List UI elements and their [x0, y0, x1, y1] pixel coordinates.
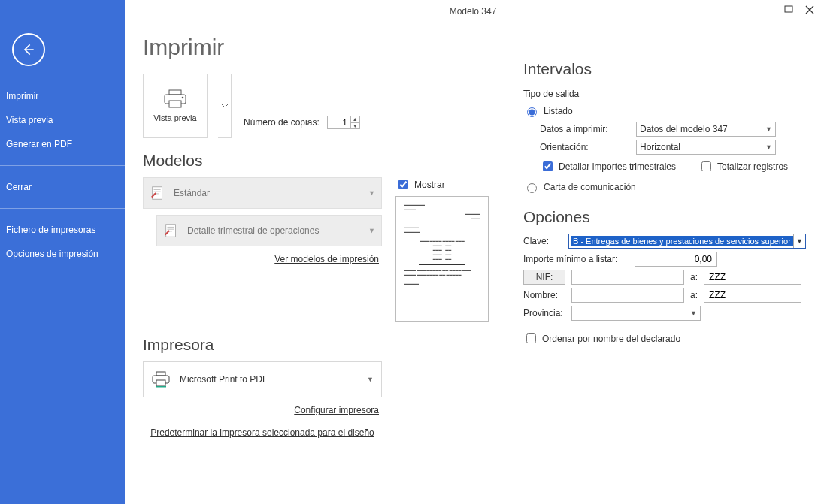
printer-icon [151, 371, 171, 388]
totalize-input[interactable] [701, 161, 711, 171]
title-bar: Modelo 347 [125, 0, 821, 23]
printer-icon [162, 89, 188, 109]
output-type-label: Tipo de salida [523, 89, 806, 99]
printer-select[interactable]: Microsoft Print to PDF ▼ [143, 361, 382, 397]
chevron-down-icon: ▼ [367, 376, 374, 383]
radio-carta-label: Carta de comunicación [544, 182, 636, 192]
document-icon [150, 185, 166, 201]
set-default-printer-link[interactable]: Predeterminar la impresora seleccionada … [150, 427, 374, 438]
copies-up[interactable]: ▲ [351, 116, 359, 122]
sidebar-item-print[interactable]: Imprimir [0, 84, 125, 108]
chevron-down-icon: ▼ [368, 189, 375, 197]
nombre-to-input[interactable] [707, 288, 798, 302]
svg-rect-9 [156, 380, 165, 386]
svg-rect-7 [156, 372, 165, 376]
nif-button[interactable]: NIF: [523, 270, 565, 285]
a-label-2: a: [690, 290, 698, 300]
close-icon[interactable] [803, 3, 816, 17]
radio-listado-input[interactable] [527, 107, 537, 117]
svg-rect-6 [166, 225, 176, 237]
intervals-heading: Intervalos [523, 60, 806, 78]
detail-quarterly-checkbox[interactable]: Detallar importes trimestrales [540, 159, 676, 174]
orient-select[interactable]: Horizontal ▼ [636, 140, 776, 155]
orient-label: Orientación: [540, 142, 630, 152]
model-detail-label: Detalle trimestral de operaciones [187, 225, 319, 236]
view-models-link[interactable]: Ver modelos de impresión [274, 254, 379, 264]
radio-carta[interactable]: Carta de comunicación [523, 181, 806, 193]
chevron-down-icon: ▼ [793, 234, 805, 248]
chevron-down-icon: ▼ [765, 143, 772, 151]
model-standard-label: Estándar [174, 188, 210, 198]
svg-rect-1 [169, 90, 181, 95]
copies-down[interactable]: ▼ [351, 122, 359, 128]
show-checkbox[interactable]: Mostrar [395, 177, 489, 192]
radio-listado[interactable]: Listado [523, 105, 806, 117]
order-by-name-label: Ordenar por nombre del declarado [542, 333, 680, 344]
nombre-label: Nombre: [523, 290, 565, 300]
clave-label: Clave: [523, 236, 562, 246]
copies-label: Número de copias: [244, 117, 320, 128]
datos-label: Datos a imprimir: [540, 124, 630, 134]
importe-label: Importe mínimo a listar: [523, 254, 629, 264]
document-icon [163, 222, 180, 239]
preview-button[interactable]: Vista previa [143, 74, 208, 138]
nif-to-input[interactable] [707, 270, 798, 284]
clave-select[interactable]: B - Entregas de bienes y prestaciones de… [568, 234, 806, 249]
models-heading: Modelos [143, 152, 511, 170]
show-label: Mostrar [414, 180, 445, 190]
detail-quarterly-input[interactable] [543, 161, 553, 171]
show-checkbox-input[interactable] [398, 180, 408, 189]
window-title: Modelo 347 [450, 6, 497, 17]
sidebar-item-generate-pdf[interactable]: Generar en PDF [0, 132, 125, 156]
minimize-icon[interactable] [782, 3, 795, 17]
sidebar: Imprimir Vista previa Generar en PDF Cer… [0, 0, 125, 504]
chevron-down-icon: ▼ [765, 125, 772, 133]
detail-quarterly-label: Detallar importes trimestrales [559, 161, 676, 172]
preview-label: Vista previa [153, 113, 196, 122]
svg-rect-3 [169, 101, 181, 107]
totalize-checkbox[interactable]: Totalizar registros [698, 159, 788, 174]
preview-dropdown[interactable] [218, 74, 232, 138]
svg-point-4 [182, 97, 184, 99]
a-label-1: a: [690, 272, 698, 282]
datos-select[interactable]: Datos del modelo 347 ▼ [636, 122, 776, 137]
configure-printer-link[interactable]: Configurar impresora [294, 405, 379, 415]
sidebar-item-printers-file[interactable]: Fichero de impresoras [0, 218, 125, 242]
options-heading: Opciones [523, 208, 806, 226]
sidebar-item-preview[interactable]: Vista previa [0, 108, 125, 132]
sidebar-item-close[interactable]: Cerrar [0, 175, 125, 199]
svg-rect-10 [156, 386, 166, 388]
datos-value: Datos del modelo 347 [640, 124, 728, 134]
radio-listado-label: Listado [544, 106, 573, 116]
radio-carta-input[interactable] [527, 183, 537, 193]
provincia-select[interactable]: ▼ [571, 306, 701, 321]
svg-rect-0 [785, 6, 792, 12]
chevron-down-icon: ▼ [368, 227, 375, 234]
provincia-label: Provincia: [523, 308, 565, 318]
nombre-from-input[interactable] [575, 288, 680, 302]
copies-spinner[interactable]: ▲ ▼ [327, 116, 360, 129]
model-standard[interactable]: Estándar ▼ [143, 177, 382, 209]
nif-from-input[interactable] [575, 270, 680, 284]
printer-name: Microsoft Print to PDF [180, 374, 268, 385]
printer-heading: Impresora [143, 336, 511, 354]
clave-value: B - Entregas de bienes y prestaciones de… [571, 236, 793, 246]
order-by-name-checkbox[interactable]: Ordenar por nombre del declarado [523, 331, 806, 346]
order-by-name-input[interactable] [526, 333, 536, 343]
totalize-label: Totalizar registros [717, 161, 788, 172]
model-detail[interactable]: Detalle trimestral de operaciones ▼ [156, 215, 382, 246]
page-title: Imprimir [143, 35, 511, 60]
copies-input[interactable] [328, 117, 350, 128]
document-preview: ▬▬▬▬▬▬▬ ▬▬▬▬ ▬▬▬▬▬▬▬▬ ▬▬▬▬▬ ▬▬ ▬▬▬ ▬▬▬ ▬… [395, 196, 489, 322]
back-button[interactable] [12, 33, 45, 66]
sidebar-item-print-options[interactable]: Opciones de impresión [0, 242, 125, 266]
importe-input[interactable] [638, 252, 713, 266]
chevron-down-icon: ▼ [690, 309, 697, 317]
svg-rect-5 [153, 187, 162, 200]
orient-value: Horizontal [640, 142, 680, 152]
